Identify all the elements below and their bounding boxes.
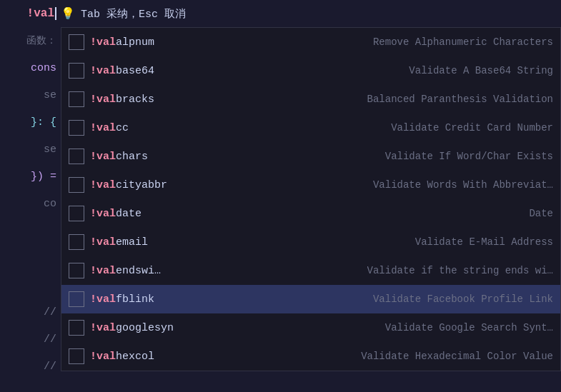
item-icon-cityabbr: [69, 177, 84, 193]
dropdown-item-endswi[interactable]: !valendswi… Validate if the string ends …: [61, 256, 560, 285]
item-desc-bracks: Balanced Paranthesis Validation: [367, 94, 553, 105]
item-name-cityabbr: !valcityabbr: [90, 179, 233, 191]
item-name-fblink: !valfblink: [90, 293, 233, 306]
item-name-base64: !valbase64: [90, 65, 233, 77]
item-icon-googlesyn: [69, 320, 84, 336]
dropdown-item-bracks[interactable]: !valbracks Balanced Paranthesis Validati…: [61, 85, 560, 114]
editor-sidebar: !val 函数： cons se }: { se }) = co // // /…: [0, 0, 61, 392]
item-name-chars: !valchars: [90, 151, 233, 163]
sidebar-line-4: se: [0, 81, 61, 109]
sidebar-line-13: //: [0, 326, 61, 353]
dropdown-item-date[interactable]: !valdate Date: [61, 199, 560, 228]
autocomplete-dropdown: !valalpnum Remove Alphanumeric Character…: [61, 27, 561, 371]
item-desc-fblink: Validate Facebook Profile Link: [373, 293, 553, 305]
dropdown-item-hexcol[interactable]: !valhexcol Validate Hexadecimal Color Va…: [61, 342, 560, 371]
item-name-alpnum: !valalpnum: [90, 36, 233, 49]
item-desc-chars: Validate If Word/Char Exists: [385, 151, 553, 162]
sidebar-text-13: //: [44, 333, 56, 346]
item-desc-date: Date: [529, 208, 553, 219]
dropdown-item-chars[interactable]: !valchars Validate If Word/Char Exists: [61, 142, 560, 171]
lightbulb-icon: 💡: [61, 6, 75, 21]
item-name-email: !valemail: [90, 236, 233, 248]
sidebar-text-2: 函数：: [26, 34, 56, 47]
item-icon-hexcol: [69, 348, 84, 364]
item-desc-email: Validate E-Mail Address: [415, 236, 553, 248]
sidebar-line-9: [0, 217, 61, 244]
item-icon-base64: [69, 63, 84, 79]
sidebar-line-2: 函数：: [0, 27, 61, 54]
item-icon-bracks: [69, 91, 84, 107]
item-desc-cityabbr: Validate Words With Abbreviat…: [373, 179, 553, 191]
sidebar-line-1: !val: [0, 0, 61, 27]
sidebar-text-1: !val: [27, 7, 54, 20]
dropdown-item-email[interactable]: !valemail Validate E-Mail Address: [61, 228, 560, 256]
sidebar-text-14: //: [44, 361, 56, 373]
dropdown-item-cc[interactable]: !valcc Validate Credit Card Number: [61, 114, 560, 142]
sidebar-line-7: }) =: [0, 163, 61, 190]
item-name-date: !valdate: [90, 208, 233, 220]
item-desc-endswi: Validate if the string ends wi…: [367, 265, 553, 276]
sidebar-line-10: [0, 244, 61, 271]
sidebar-text-12: //: [44, 306, 56, 318]
item-desc-alpnum: Remove Alphanumeric Characters: [373, 36, 553, 48]
sidebar-text-5: }: {: [31, 116, 56, 129]
item-name-endswi: !valendswi…: [90, 265, 233, 277]
sidebar-line-3: cons: [0, 54, 61, 81]
item-name-hexcol: !valhexcol: [90, 351, 233, 363]
item-name-cc: !valcc: [90, 122, 233, 134]
sidebar-line-5: }: {: [0, 109, 61, 136]
item-icon-alpnum: [69, 34, 84, 50]
sidebar-line-11: [0, 271, 61, 298]
sidebar-text-7: }) =: [31, 171, 56, 183]
item-desc-base64: Validate A Base64 String: [409, 65, 553, 76]
sidebar-text-8: co: [44, 198, 56, 210]
cursor: [55, 7, 56, 20]
hint-text: Tab 采纳，Esc 取消: [81, 7, 186, 21]
item-icon-email: [69, 234, 84, 250]
item-desc-hexcol: Validate Hexadecimal Color Value: [361, 351, 553, 362]
sidebar-text-3: cons: [31, 62, 56, 74]
hint-bar: 💡 Tab 采纳，Esc 取消: [61, 0, 186, 27]
item-icon-date: [69, 206, 84, 221]
sidebar-line-14: //: [0, 353, 61, 380]
item-icon-cc: [69, 120, 84, 136]
sidebar-line-12: //: [0, 298, 61, 326]
item-name-bracks: !valbracks: [90, 94, 233, 106]
sidebar-line-8: co: [0, 190, 61, 217]
dropdown-item-alpnum[interactable]: !valalpnum Remove Alphanumeric Character…: [61, 28, 560, 56]
item-icon-fblink: [69, 291, 84, 307]
dropdown-item-fblink[interactable]: !valfblink Validate Facebook Profile Lin…: [61, 285, 560, 313]
dropdown-item-googlesyn[interactable]: !valgooglesyn Validate Google Search Syn…: [61, 313, 560, 342]
item-desc-googlesyn: Validate Google Search Synt…: [385, 322, 553, 333]
sidebar-text-4: se: [44, 89, 56, 101]
item-name-googlesyn: !valgooglesyn: [90, 322, 233, 334]
item-icon-chars: [69, 149, 84, 164]
sidebar-text-6: se: [44, 144, 56, 156]
dropdown-item-cityabbr[interactable]: !valcityabbr Validate Words With Abbrevi…: [61, 171, 560, 199]
sidebar-line-6: se: [0, 136, 61, 163]
item-icon-endswi: [69, 263, 84, 278]
item-desc-cc: Validate Credit Card Number: [391, 122, 553, 134]
dropdown-item-base64[interactable]: !valbase64 Validate A Base64 String: [61, 56, 560, 85]
